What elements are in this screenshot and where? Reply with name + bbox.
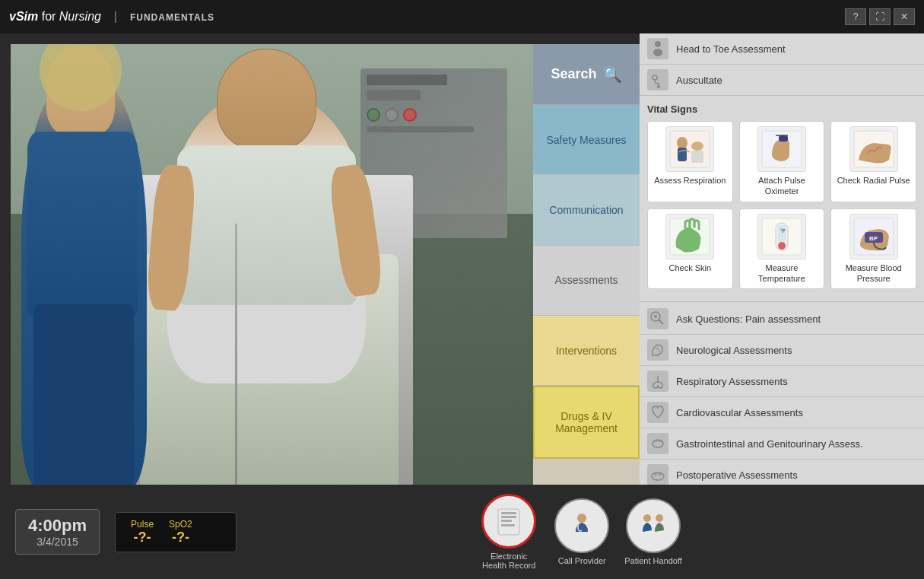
patient-handoff-button[interactable]: Patient Handoff	[624, 498, 682, 565]
skin-label: Check Skin	[669, 262, 712, 273]
btn-gray	[385, 108, 398, 122]
ehr-button[interactable]: Electronic Health Record	[478, 494, 539, 570]
vital-card-respiration[interactable]: Assess Respiration	[647, 121, 733, 202]
menu-panel: Search 🔍 Safety Measures Communication A…	[533, 44, 640, 529]
neuro-label: Neurological Assessments	[676, 345, 792, 356]
svg-point-32	[656, 514, 663, 522]
svg-point-3	[657, 85, 660, 88]
svg-rect-8	[691, 151, 703, 163]
respiratory-icon	[647, 371, 668, 392]
patient-head	[217, 49, 316, 151]
expand-button[interactable]: ⛶	[869, 8, 891, 25]
action-auscultate[interactable]: Auscultate	[640, 65, 924, 96]
menu-drugs[interactable]: Drugs & IV Management	[533, 386, 640, 458]
menu-assessments[interactable]: Assessments	[533, 246, 640, 316]
close-button[interactable]: ✕	[894, 8, 915, 25]
titlebar-left: vSim for Nursing | FUNDAMENTALS	[9, 10, 214, 24]
radial-img	[849, 126, 898, 172]
equipment-detail	[367, 75, 447, 85]
scene-patient	[167, 93, 366, 383]
action-ask-questions[interactable]: Ask Questions: Pain assessment	[640, 304, 924, 335]
postoperative-label: Postoperative Assessments	[676, 469, 798, 481]
ask-questions-icon	[647, 308, 668, 329]
nurse-scrubs	[27, 132, 138, 317]
svg-rect-4	[670, 131, 710, 167]
time-display: 4:00pm 3/4/2015	[15, 509, 100, 555]
app-title-nursing: Nursing	[59, 10, 101, 23]
call-provider-label: Call Provider	[558, 556, 606, 565]
menu-safety-measures[interactable]: Safety Measures	[533, 105, 640, 175]
vital-card-pulse-ox[interactable]: Attach Pulse Oximeter	[739, 121, 825, 202]
bottom-bar: 4:00pm 3/4/2015 Pulse -?- SpO2 -?- Elect…	[0, 485, 924, 579]
call-provider-button[interactable]: Call Provider	[554, 498, 609, 565]
vital-card-radial[interactable]: Check Radial Pulse	[830, 121, 916, 202]
btn-green	[367, 108, 380, 122]
auscultate-label: Auscultate	[676, 75, 722, 86]
skin-img	[665, 214, 714, 259]
btn-red	[403, 108, 417, 122]
svg-point-2	[653, 75, 657, 80]
pulse-label: Pulse	[131, 519, 154, 530]
action-respiratory[interactable]: Respiratory Assessments	[640, 366, 924, 397]
postoperative-icon	[647, 464, 668, 485]
ask-questions-label: Ask Questions: Pain assessment	[676, 313, 821, 325]
svg-point-30	[577, 514, 586, 523]
section-divider	[640, 301, 924, 302]
svg-point-5	[677, 137, 687, 149]
svg-point-7	[691, 142, 703, 151]
nurse-pants	[33, 304, 134, 490]
vital-card-skin[interactable]: Check Skin	[647, 208, 733, 290]
cardiovascular-label: Cardiovascular Assessments	[676, 407, 803, 418]
spo2-display: SpO2 -?-	[169, 519, 192, 546]
patient-handoff-icon-circle	[626, 498, 681, 553]
menu-communication[interactable]: Communication	[533, 175, 640, 245]
svg-rect-29	[501, 524, 515, 527]
search-icon: 🔍	[603, 65, 622, 84]
bp-label: Measure Blood Pressure	[834, 262, 913, 285]
svg-text:°F: °F	[780, 228, 786, 234]
svg-rect-10	[779, 135, 788, 142]
action-head-to-toe[interactable]: Head to Toe Assessment	[640, 33, 924, 65]
head-toe-label: Head to Toe Assessment	[676, 43, 786, 55]
titlebar: vSim for Nursing | FUNDAMENTALS ? ⛶ ✕	[0, 0, 924, 33]
search-button[interactable]: Search 🔍	[533, 44, 640, 105]
svg-text:BP: BP	[869, 235, 878, 242]
titlebar-controls: ? ⛶ ✕	[845, 8, 915, 25]
respiration-label: Assess Respiration	[654, 175, 726, 186]
neuro-icon	[647, 339, 668, 361]
pulse-display: Pulse -?-	[131, 519, 154, 546]
search-label: Search	[551, 66, 596, 82]
temp-img: °F	[757, 214, 806, 259]
svg-rect-28	[501, 520, 512, 522]
scene-nurse	[21, 78, 147, 490]
app-title-pipe: |	[107, 10, 124, 23]
patient-torso	[177, 145, 356, 305]
pulse-ox-label: Attach Pulse Oximeter	[743, 175, 821, 197]
action-cardiovascular[interactable]: Cardiovascular Assessments	[640, 397, 924, 428]
auscultate-icon	[647, 69, 668, 91]
menu-interventions[interactable]: Interventions	[533, 316, 640, 386]
gi-gu-label: Gastrointestinal and Genitourinary Asses…	[676, 438, 863, 450]
bp-img: BP	[849, 214, 898, 259]
ehr-icon-circle	[481, 494, 536, 549]
app-title: vSim for Nursing | FUNDAMENTALS	[9, 10, 214, 24]
svg-point-31	[643, 514, 651, 522]
spo2-value: -?-	[172, 530, 189, 546]
app-title-for: for	[38, 10, 59, 23]
ehr-label: Electronic Health Record	[478, 552, 539, 570]
app-title-edition: FUNDAMENTALS	[130, 12, 214, 23]
help-button[interactable]: ?	[845, 8, 866, 25]
vital-card-bp[interactable]: BP Measure Blood Pressure	[830, 208, 916, 290]
scene-room	[11, 44, 533, 529]
action-gi-gu[interactable]: Gastrointestinal and Genitourinary Asses…	[640, 428, 924, 460]
svg-rect-27	[501, 516, 516, 518]
spo2-label: SpO2	[169, 519, 192, 530]
pulse-value: -?-	[134, 530, 151, 546]
vital-grid: Assess Respiration Attach Pulse Oximete	[647, 121, 916, 295]
action-neuro[interactable]: Neurological Assessments	[640, 335, 924, 366]
app-title-vsim: vSim	[9, 10, 38, 23]
patient-handoff-label: Patient Handoff	[624, 556, 682, 565]
svg-point-17	[778, 242, 786, 250]
vital-signs-section: Vital Signs	[640, 96, 924, 300]
vital-card-temp[interactable]: °F Measure Temperature	[739, 208, 825, 290]
